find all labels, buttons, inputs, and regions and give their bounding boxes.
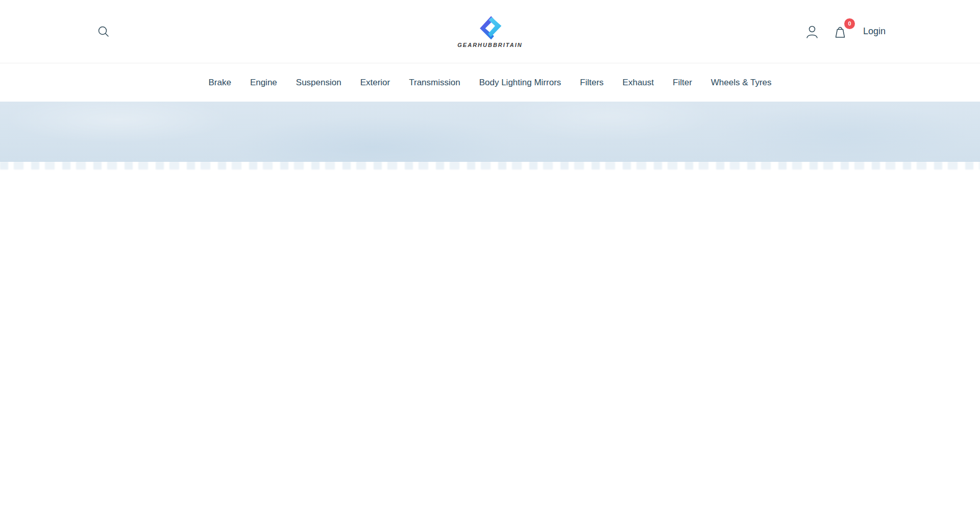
nav-item-engine[interactable]: Engine [250, 78, 277, 88]
user-icon [805, 24, 819, 39]
brand-name: GEARHUBBRITAIN [457, 41, 522, 47]
cart-wrap: 0 [830, 22, 850, 41]
nav-item-brake[interactable]: Brake [208, 78, 231, 88]
nav-item-filter[interactable]: Filter [673, 78, 692, 88]
nav-item-exterior[interactable]: Exterior [360, 78, 390, 88]
search-icon [96, 25, 110, 38]
header: GEARHUBBRITAIN 0 [0, 0, 980, 63]
hero-fade-artifact [0, 162, 980, 170]
login-link[interactable]: Login [863, 26, 886, 37]
header-inner: GEARHUBBRITAIN 0 [94, 0, 886, 63]
nav-item-wheels-tyres[interactable]: Wheels & Tyres [711, 78, 772, 88]
search-button[interactable] [94, 22, 112, 40]
cart-count-badge: 0 [844, 18, 855, 29]
brand-logo-icon [476, 15, 504, 40]
nav-item-transmission[interactable]: Transmission [409, 78, 460, 88]
nav-list: Brake Engine Suspension Exterior Transmi… [0, 63, 980, 102]
logo[interactable]: GEARHUBBRITAIN [457, 15, 522, 47]
hero-banner [0, 102, 980, 162]
nav-item-exhaust[interactable]: Exhaust [623, 78, 654, 88]
main-nav: Brake Engine Suspension Exterior Transmi… [0, 63, 980, 102]
main-content [0, 170, 980, 506]
page: GEARHUBBRITAIN 0 [0, 0, 980, 506]
nav-item-filters[interactable]: Filters [580, 78, 603, 88]
account-button[interactable] [803, 22, 821, 41]
nav-item-suspension[interactable]: Suspension [296, 78, 341, 88]
header-actions: 0 Login [803, 22, 886, 41]
nav-item-body-lighting-mirrors[interactable]: Body Lighting Mirrors [479, 78, 561, 88]
